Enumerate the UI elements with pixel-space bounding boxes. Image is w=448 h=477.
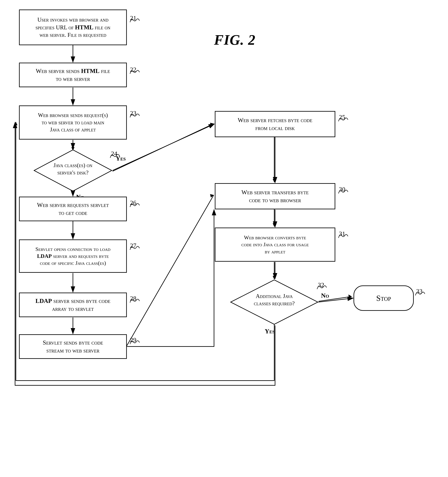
diamond-32-container: Additional Javaclasses required? — [230, 279, 319, 325]
svg-line-18 — [127, 195, 214, 346]
svg-marker-23 — [273, 276, 276, 280]
svg-marker-9 — [71, 191, 75, 195]
svg-line-36 — [112, 124, 214, 170]
box-23: Web browser sends request(s)to web serve… — [19, 106, 127, 140]
svg-marker-11 — [71, 234, 75, 238]
box-28-text: LDAP server sends byte codearray to serv… — [35, 297, 110, 313]
squiggle-25 — [337, 115, 350, 123]
squiggle-32 — [315, 283, 328, 291]
squiggle-29 — [128, 338, 141, 346]
box-28: LDAP server sends byte codearray to serv… — [19, 292, 127, 317]
box-23-text: Web browser sends request(s)to web serve… — [38, 112, 108, 133]
box-25-text: Web server fetches byte codefrom local d… — [238, 116, 312, 132]
box-27: Servlet opens connection to loadLDAP ser… — [19, 239, 127, 273]
squiggle-26 — [128, 201, 141, 209]
box-31: Web browser converts bytecode into Java … — [215, 227, 335, 262]
svg-marker-3 — [71, 101, 75, 105]
diagram-container: FIG. 2 — [0, 0, 448, 477]
stop-text: Stop — [376, 293, 391, 303]
box-29-text: Servlet sends byte codestream to web ser… — [43, 339, 103, 354]
box-29: Servlet sends byte codestream to web ser… — [19, 334, 127, 359]
svg-marker-7 — [210, 123, 214, 126]
svg-marker-19 — [210, 194, 214, 197]
svg-marker-29 — [14, 122, 18, 125]
box-30: Web server transfers bytecode to web bro… — [215, 183, 335, 209]
stop-box: Stop — [354, 286, 414, 311]
box-27-text: Servlet opens connection to loadLDAP ser… — [35, 246, 110, 267]
svg-marker-13 — [71, 288, 75, 292]
yes-label-32: Yes — [265, 328, 275, 335]
box-22: Web server sends HTML fileto web server — [19, 63, 127, 87]
squiggle-21 — [128, 16, 141, 24]
squiggle-22 — [128, 67, 141, 75]
squiggle-33 — [414, 289, 426, 297]
figure-label: FIG. 2 — [214, 32, 256, 48]
no-label-32: No — [321, 292, 329, 299]
svg-marker-15 — [71, 329, 75, 333]
squiggle-27 — [128, 243, 141, 251]
box-25: Web server fetches byte codefrom local d… — [215, 111, 335, 137]
box-22-text: Web server sends HTML fileto web server — [36, 67, 110, 83]
squiggle-28 — [128, 296, 141, 304]
svg-marker-25 — [348, 294, 352, 298]
diamond-32-text: Additional Javaclasses required? — [242, 292, 306, 307]
squiggle-23 — [128, 111, 141, 119]
squiggle-30 — [337, 187, 350, 195]
svg-marker-21 — [273, 223, 276, 227]
diamond-24-text: Java class(es) onserver's disk? — [43, 162, 103, 176]
box-21-text: User invokes web browser andspecifies UR… — [35, 16, 110, 39]
diamond-24-container: Java class(es) onserver's disk? — [33, 149, 112, 192]
squiggle-31 — [337, 232, 350, 239]
box-26: Web server requests servletto get code — [19, 197, 127, 221]
yes-label-24: Yes — [116, 155, 126, 162]
box-21: User invokes web browser andspecifies UR… — [19, 10, 127, 45]
svg-marker-1 — [71, 58, 75, 62]
box-30-text: Web server transfers bytecode to web bro… — [242, 188, 309, 204]
svg-line-6 — [112, 124, 214, 171]
box-31-text: Web browser converts bytecode into Java … — [241, 234, 309, 255]
box-26-text: Web server requests servletto get code — [37, 201, 109, 217]
svg-marker-17 — [273, 179, 276, 182]
